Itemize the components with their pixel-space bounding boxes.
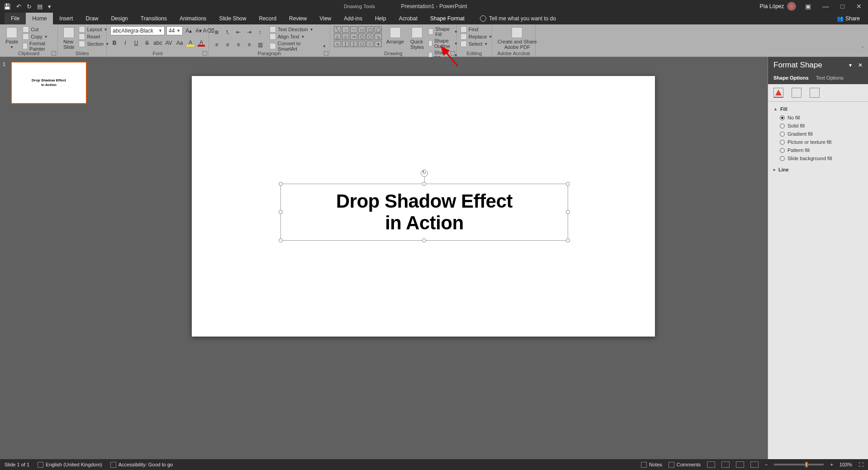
pane-dropdown-icon[interactable]: ▾: [849, 62, 852, 68]
numbering-button[interactable]: ⒈: [223, 28, 232, 36]
text-direction-button[interactable]: Text Direction▼: [270, 26, 326, 33]
shape-diamond-icon[interactable]: ◇: [342, 33, 349, 40]
tab-home[interactable]: Home: [26, 13, 53, 24]
font-dialog-launcher[interactable]: [203, 51, 207, 56]
thumbnail-preview[interactable]: Drop Shadow Effect in Action: [11, 62, 87, 104]
tab-acrobat[interactable]: Acrobat: [393, 13, 424, 24]
align-right-button[interactable]: ≡: [234, 41, 242, 49]
shape-line-icon[interactable]: ╲: [334, 26, 341, 33]
resize-handle-sw[interactable]: [279, 238, 283, 242]
change-case-button[interactable]: Aa: [175, 39, 184, 47]
tab-view[interactable]: View: [313, 13, 337, 24]
slide-canvas-area[interactable]: Drop Shadow Effect in Action: [90, 57, 768, 459]
find-button[interactable]: Find: [460, 26, 492, 33]
start-from-beginning-icon[interactable]: ▤: [37, 3, 43, 10]
line-header[interactable]: ▸Line: [773, 167, 863, 172]
slide-thumbnail-panel[interactable]: 1 Drop Shadow Effect in Action: [0, 57, 90, 459]
fill-header[interactable]: ▲Fill: [773, 106, 863, 112]
align-center-button[interactable]: ≡: [223, 41, 232, 49]
shapes-gallery[interactable]: ╲→─▭▢◯ △◇⇒⬡⬠↘ ∿{}☖☆▾: [334, 26, 382, 47]
pattern-fill-radio[interactable]: Pattern fill: [773, 146, 863, 154]
decrease-indent-button[interactable]: ⇤: [234, 28, 242, 36]
character-spacing-button[interactable]: AV: [165, 39, 173, 47]
title-textbox[interactable]: Drop Shadow Effect in Action: [280, 184, 568, 241]
picture-fill-radio[interactable]: Picture or texture fill: [773, 138, 863, 146]
size-category-icon[interactable]: [810, 88, 820, 98]
increase-font-icon[interactable]: A▴: [185, 27, 193, 35]
comments-button[interactable]: Comments: [669, 462, 701, 468]
select-button[interactable]: Select▼: [460, 41, 492, 47]
shape-rect-icon[interactable]: ▭: [358, 26, 365, 33]
ribbon-display-icon[interactable]: ▣: [802, 3, 814, 10]
section-button[interactable]: Section▼: [79, 41, 109, 47]
bullets-button[interactable]: ≣: [213, 28, 221, 36]
slide[interactable]: Drop Shadow Effect in Action: [192, 76, 655, 337]
shape-arrow-icon[interactable]: →: [342, 26, 349, 33]
tab-insert[interactable]: Insert: [53, 13, 79, 24]
align-left-button[interactable]: ≡: [213, 41, 221, 49]
bold-button[interactable]: B: [110, 39, 119, 47]
text-shadow-button[interactable]: abc: [154, 39, 162, 47]
tab-shape-options[interactable]: Shape Options: [773, 75, 809, 81]
resize-handle-s[interactable]: [422, 238, 426, 242]
columns-button[interactable]: ▥: [256, 41, 264, 49]
quick-styles-button[interactable]: Quick Styles: [408, 26, 426, 51]
italic-button[interactable]: I: [121, 39, 129, 47]
rotate-handle[interactable]: [421, 170, 428, 177]
zoom-in-button[interactable]: +: [830, 462, 833, 467]
reading-view-icon[interactable]: [736, 461, 744, 468]
share-button[interactable]: 👥 Share: [837, 13, 860, 24]
qat-more-icon[interactable]: ▾: [48, 3, 51, 10]
shape-star-icon[interactable]: ☆: [366, 41, 374, 47]
tab-addins[interactable]: Add-ins: [337, 13, 369, 24]
slide-bg-fill-radio[interactable]: Slide background fill: [773, 154, 863, 162]
resize-handle-se[interactable]: [566, 238, 570, 242]
shape-hex-icon[interactable]: ⬡: [358, 33, 365, 40]
no-fill-radio[interactable]: No fill: [773, 114, 863, 122]
shape-oval-icon[interactable]: ◯: [375, 26, 382, 33]
format-painter-button[interactable]: Format Painter: [23, 41, 54, 52]
resize-handle-e[interactable]: [566, 210, 570, 214]
tab-slideshow[interactable]: Slide Show: [213, 13, 252, 24]
paragraph-dialog-launcher[interactable]: [324, 51, 328, 56]
shape-outline-button[interactable]: Shape Outline▼: [428, 38, 458, 49]
undo-icon[interactable]: ↶: [16, 3, 21, 10]
resize-handle-ne[interactable]: [566, 182, 570, 186]
tab-transitions[interactable]: Transitions: [134, 13, 173, 24]
pane-close-icon[interactable]: ✕: [858, 62, 863, 68]
highlight-button[interactable]: A: [186, 39, 194, 47]
redo-icon[interactable]: ↻: [27, 3, 32, 10]
underline-button[interactable]: U: [132, 39, 140, 47]
zoom-level[interactable]: 103%: [840, 462, 852, 467]
slide-sorter-view-icon[interactable]: [721, 461, 730, 468]
tab-text-options[interactable]: Text Options: [816, 75, 844, 81]
solid-fill-radio[interactable]: Solid fill: [773, 122, 863, 130]
tell-me-search[interactable]: Tell me what you want to do: [480, 13, 556, 24]
strikethrough-button[interactable]: S: [143, 39, 151, 47]
new-slide-button[interactable]: New Slide: [62, 26, 76, 51]
fill-line-category-icon[interactable]: [773, 88, 783, 98]
tab-draw[interactable]: Draw: [79, 13, 104, 24]
resize-handle-nw[interactable]: [279, 182, 283, 186]
close-icon[interactable]: ✕: [854, 3, 864, 10]
shape-line2-icon[interactable]: ─: [350, 26, 357, 33]
paste-button[interactable]: Paste ▼: [4, 26, 20, 50]
shape-brace-l-icon[interactable]: {: [342, 41, 349, 47]
convert-smartart-button[interactable]: Convert to SmartArt▼: [270, 41, 326, 52]
shape-arrow2-icon[interactable]: ⇒: [350, 33, 357, 40]
resize-handle-w[interactable]: [279, 210, 283, 214]
increase-indent-button[interactable]: ⇥: [245, 28, 253, 36]
justify-button[interactable]: ≡: [245, 41, 253, 49]
user-account[interactable]: Pía López: [759, 2, 796, 11]
shape-brace-r-icon[interactable]: }: [350, 41, 357, 47]
resize-handle-n[interactable]: [422, 182, 426, 186]
zoom-out-button[interactable]: −: [765, 462, 768, 467]
shape-fill-button[interactable]: Shape Fill▼: [428, 26, 458, 37]
shape-roundrect-icon[interactable]: ▢: [366, 26, 374, 33]
normal-view-icon[interactable]: [707, 461, 715, 468]
shape-connector-icon[interactable]: ↘: [375, 33, 382, 40]
tab-help[interactable]: Help: [369, 13, 393, 24]
layout-button[interactable]: Layout▼: [79, 26, 109, 33]
tab-shape-format[interactable]: Shape Format: [424, 13, 471, 24]
notes-button[interactable]: Notes: [641, 462, 662, 468]
